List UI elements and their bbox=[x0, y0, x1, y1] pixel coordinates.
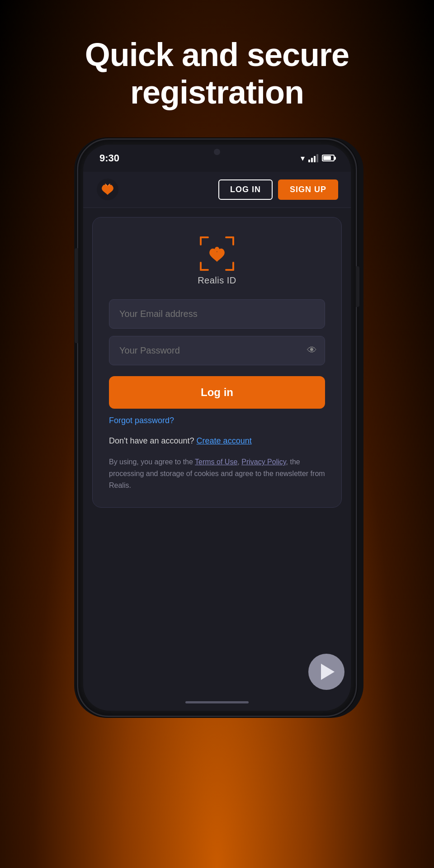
battery-icon bbox=[322, 155, 335, 161]
password-wrapper: 👁 bbox=[109, 336, 325, 365]
app-content: Realis ID 👁 Log in Forgot password? bbox=[83, 208, 351, 694]
home-bar bbox=[185, 701, 249, 703]
email-input[interactable] bbox=[109, 299, 325, 329]
svg-rect-3 bbox=[200, 236, 202, 245]
status-bar: 9:30 ▾ bbox=[83, 145, 351, 172]
home-indicator bbox=[83, 694, 351, 711]
svg-point-10 bbox=[215, 247, 219, 251]
phoenix-logo-icon bbox=[96, 178, 119, 201]
notch bbox=[190, 145, 244, 159]
header-buttons: LOG IN SIGN UP bbox=[218, 179, 338, 200]
svg-rect-9 bbox=[232, 262, 234, 271]
realis-id-logo-icon bbox=[199, 236, 235, 272]
wifi-icon: ▾ bbox=[301, 153, 305, 163]
login-card: Realis ID 👁 Log in Forgot password? bbox=[92, 217, 342, 508]
realis-id-label: Realis ID bbox=[198, 275, 236, 286]
create-account-text: Don't have an account? Create account bbox=[109, 434, 252, 448]
play-icon bbox=[321, 664, 335, 680]
signup-button[interactable]: SIGN UP bbox=[278, 179, 338, 200]
phone-screen: 9:30 ▾ bbox=[83, 145, 351, 711]
svg-rect-5 bbox=[232, 236, 234, 245]
realis-logo-area: Realis ID bbox=[198, 236, 236, 286]
status-icons: ▾ bbox=[301, 153, 335, 163]
signal-icon bbox=[308, 154, 318, 162]
svg-point-1 bbox=[106, 185, 109, 188]
play-button[interactable] bbox=[308, 654, 344, 690]
create-account-link[interactable]: Create account bbox=[197, 436, 252, 445]
toggle-password-icon[interactable]: 👁 bbox=[307, 344, 317, 356]
terms-text: By using, you agree to the Terms of Use,… bbox=[109, 456, 325, 491]
forgot-password-link[interactable]: Forgot password? bbox=[109, 416, 174, 425]
status-time: 9:30 bbox=[99, 152, 119, 164]
svg-rect-7 bbox=[200, 262, 202, 271]
privacy-policy-link[interactable]: Privacy Policy bbox=[241, 458, 286, 466]
password-form-group: 👁 bbox=[109, 336, 325, 365]
email-form-group bbox=[109, 299, 325, 329]
hero-title: Quick and secure registration bbox=[59, 36, 375, 111]
phone-mockup: 9:30 ▾ bbox=[77, 138, 357, 717]
login-main-button[interactable]: Log in bbox=[109, 376, 325, 409]
password-input[interactable] bbox=[109, 336, 325, 365]
app-header: LOG IN SIGN UP bbox=[83, 172, 351, 208]
camera-dot bbox=[214, 149, 220, 155]
app-logo bbox=[96, 178, 119, 201]
terms-of-use-link[interactable]: Terms of Use bbox=[195, 458, 237, 466]
login-button[interactable]: LOG IN bbox=[218, 179, 273, 200]
